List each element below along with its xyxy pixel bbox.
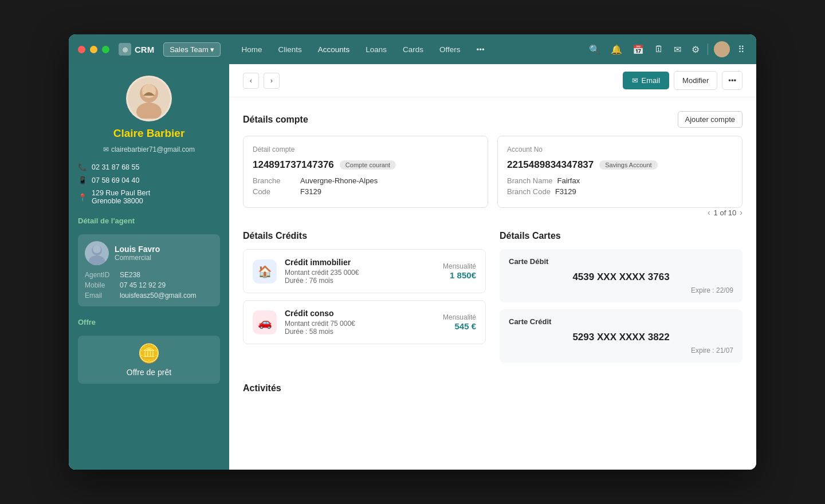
card-number-1: 5293 XXX XXXX 3822 — [509, 332, 733, 343]
agent-header: Louis Favro Commercial — [85, 241, 213, 265]
app-window: ◎ CRM Sales Team ▾ Home Clients Accounts… — [69, 34, 756, 470]
profile-avatar — [126, 76, 172, 121]
next-button[interactable]: › — [264, 73, 280, 89]
nav-right-icons: 🔍 🔔 📅 🗓 ✉ ⚙ ⠿ — [587, 41, 747, 57]
credit-icon-0: 🏠 — [253, 259, 277, 284]
traffic-lights — [78, 46, 109, 53]
page-prev-icon[interactable]: ‹ — [708, 208, 710, 217]
offre-icon: 🪙 — [138, 342, 160, 364]
nav-cards[interactable]: Cards — [396, 42, 430, 57]
credit-icon-symbol-1: 🚗 — [258, 316, 272, 329]
ajouter-compte-button[interactable]: Ajouter compte — [678, 111, 742, 128]
account1-badge: Compte courant — [340, 160, 396, 170]
bell-icon[interactable]: 🔔 — [608, 42, 624, 57]
nav-clients[interactable]: Clients — [271, 42, 308, 57]
content-toolbar: ‹ › ✉ Email Modifier ••• — [229, 64, 756, 97]
offre-card: 🪙 Offre de prêt — [78, 336, 220, 384]
details-compte-title: Détails compte — [243, 115, 308, 125]
credit-montant-1: Montant crédit 75 000€ — [285, 320, 435, 328]
credits-cards-row: Détails Crédits 🏠 Crédit immobilier Mont… — [243, 231, 742, 369]
main-nav: Home Clients Accounts Loans Cards Offers… — [234, 42, 491, 57]
calendar-icon[interactable]: 🗓 — [652, 42, 666, 57]
account2-branch-name: Branch Name Fairfax — [507, 176, 733, 185]
credit-montant-0: Montant crédit 235 000€ — [285, 269, 435, 277]
account2-badge: Savings Account — [599, 160, 657, 170]
agent-card: Louis Favro Commercial AgentID SE238 Mob… — [78, 234, 220, 306]
calendar-add-icon[interactable]: 📅 — [630, 42, 646, 57]
svg-point-1 — [717, 50, 727, 57]
more-button[interactable]: ••• — [722, 71, 742, 90]
credit-mensualite-0: Mensualité 1 850€ — [443, 262, 476, 280]
nav-separator — [708, 44, 708, 55]
account1-code: Code F3129 — [253, 187, 478, 196]
account2-label: Account No — [507, 145, 733, 153]
phone-icon: 📞 — [78, 163, 87, 171]
svg-point-6 — [89, 255, 105, 265]
prev-button[interactable]: ‹ — [243, 73, 259, 89]
svg-point-4 — [142, 84, 156, 98]
credit-name-0: Crédit immobilier — [285, 258, 435, 267]
sales-team-button[interactable]: Sales Team ▾ — [163, 42, 221, 57]
account1-label: Détail compte — [253, 145, 478, 153]
details-compte-section: Détails compte Ajouter compte Détail com… — [243, 111, 742, 217]
agent-section-title: Détail de l'agent — [78, 216, 220, 225]
account-pagination: ‹ 1 of 10 › — [243, 208, 742, 217]
card-expire-0: Expire : 22/09 — [509, 286, 733, 294]
nav-more[interactable]: ••• — [470, 42, 492, 57]
email-icon: ✉ — [103, 145, 109, 153]
credit-duree-0: Durée : 76 mois — [285, 277, 435, 285]
account1-number: 124891737147376 — [253, 159, 334, 171]
nav-accounts[interactable]: Accounts — [311, 42, 357, 57]
close-button[interactable] — [78, 46, 85, 53]
maximize-button[interactable] — [102, 46, 109, 53]
profile-email: ✉ clairebarbier71@gmail.com — [103, 145, 195, 153]
accounts-row: Détail compte 124891737147376 Compte cou… — [243, 136, 742, 208]
account2-number: 2215489834347837 — [507, 159, 594, 171]
offre-label: Offre de prêt — [127, 368, 171, 377]
agent-mobile-row: Mobile 07 45 12 92 29 — [85, 281, 213, 289]
phone2-item: 📱 07 58 69 04 40 — [78, 176, 220, 184]
address-item: 📍 129 Rue Paul Bert Grenoble 38000 — [78, 189, 220, 205]
sidebar: Claire Barbier ✉ clairebarbier71@gmail.c… — [69, 64, 229, 470]
search-icon[interactable]: 🔍 — [587, 42, 603, 57]
credit-item-1: 🚗 Crédit conso Montant crédit 75 000€ Du… — [243, 300, 486, 344]
agent-avatar — [85, 241, 109, 265]
phone1-item: 📞 02 31 87 68 55 — [78, 163, 220, 171]
user-avatar-nav[interactable] — [714, 41, 730, 57]
credit-item-0: 🏠 Crédit immobilier Montant crédit 235 0… — [243, 249, 486, 293]
activites-title: Activités — [243, 383, 742, 393]
cards-title: Détails Cartes — [500, 231, 742, 241]
nav-home[interactable]: Home — [234, 42, 269, 57]
credit-mensualite-1: Mensualité 545 € — [443, 313, 476, 331]
nav-offers[interactable]: Offers — [433, 42, 467, 57]
brand-logo: ◎ CRM — [119, 43, 154, 56]
content-body: Détails compte Ajouter compte Détail com… — [229, 97, 756, 407]
details-compte-header: Détails compte Ajouter compte — [243, 111, 742, 128]
cards-col: Détails Cartes Carte Débit 4539 XXX XXXX… — [500, 231, 742, 369]
account1-branche: Branche Auvergne-Rhone-Alpes — [253, 176, 478, 185]
credits-col: Détails Crédits 🏠 Crédit immobilier Mont… — [243, 231, 486, 369]
grid-icon[interactable]: ⠿ — [736, 42, 747, 57]
titlebar: ◎ CRM Sales Team ▾ Home Clients Accounts… — [69, 34, 756, 64]
agent-details: AgentID SE238 Mobile 07 45 12 92 29 Emai… — [85, 271, 213, 300]
credit-duree-1: Durée : 58 mois — [285, 328, 435, 336]
email-button-icon: ✉ — [632, 76, 638, 85]
card-type-0: Carte Débit — [509, 257, 733, 266]
minimize-button[interactable] — [90, 46, 97, 53]
email-button[interactable]: ✉ Email — [623, 72, 670, 89]
credit-icon-1: 🚗 — [253, 310, 277, 334]
account-card-1: Détail compte 124891737147376 Compte cou… — [243, 136, 488, 208]
activites-section: Activités — [243, 383, 742, 393]
modifier-button[interactable]: Modifier — [674, 71, 717, 90]
agent-info: Louis Favro Commercial — [115, 245, 160, 262]
page-next-icon[interactable]: › — [740, 208, 742, 217]
location-icon: 📍 — [78, 193, 87, 202]
profile-section: Claire Barbier ✉ clairebarbier71@gmail.c… — [78, 76, 220, 153]
card-number-0: 4539 XXX XXXX 3763 — [509, 271, 733, 283]
mail-icon[interactable]: ✉ — [671, 42, 683, 57]
settings-icon[interactable]: ⚙ — [689, 42, 702, 57]
credit-info-1: Crédit conso Montant crédit 75 000€ Duré… — [285, 309, 435, 336]
agent-email-row: Email louisfeasz50@gmail.com — [85, 292, 213, 300]
card-type-1: Carte Crédit — [509, 317, 733, 326]
nav-loans[interactable]: Loans — [359, 42, 394, 57]
